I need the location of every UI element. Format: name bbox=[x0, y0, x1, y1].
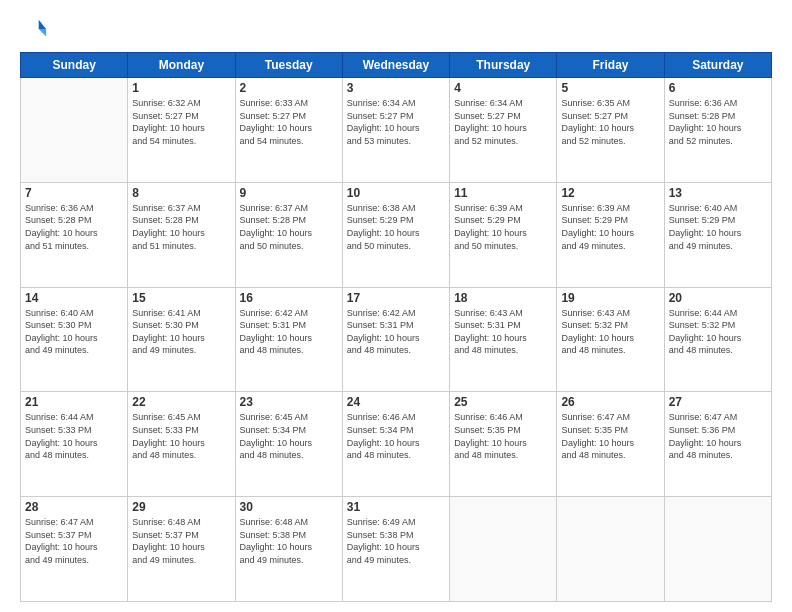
day-number: 18 bbox=[454, 291, 552, 305]
calendar-cell: 15Sunrise: 6:41 AM Sunset: 5:30 PM Dayli… bbox=[128, 287, 235, 392]
sun-info: Sunrise: 6:48 AM Sunset: 5:37 PM Dayligh… bbox=[132, 516, 230, 566]
day-number: 20 bbox=[669, 291, 767, 305]
day-number: 21 bbox=[25, 395, 123, 409]
calendar-cell: 30Sunrise: 6:48 AM Sunset: 5:38 PM Dayli… bbox=[235, 497, 342, 602]
day-number: 14 bbox=[25, 291, 123, 305]
weekday-friday: Friday bbox=[557, 53, 664, 78]
day-number: 30 bbox=[240, 500, 338, 514]
calendar-cell: 29Sunrise: 6:48 AM Sunset: 5:37 PM Dayli… bbox=[128, 497, 235, 602]
day-number: 16 bbox=[240, 291, 338, 305]
calendar-cell: 6Sunrise: 6:36 AM Sunset: 5:28 PM Daylig… bbox=[664, 78, 771, 183]
day-number: 31 bbox=[347, 500, 445, 514]
day-number: 7 bbox=[25, 186, 123, 200]
sun-info: Sunrise: 6:35 AM Sunset: 5:27 PM Dayligh… bbox=[561, 97, 659, 147]
sun-info: Sunrise: 6:37 AM Sunset: 5:28 PM Dayligh… bbox=[132, 202, 230, 252]
weekday-sunday: Sunday bbox=[21, 53, 128, 78]
sun-info: Sunrise: 6:34 AM Sunset: 5:27 PM Dayligh… bbox=[347, 97, 445, 147]
day-number: 6 bbox=[669, 81, 767, 95]
sun-info: Sunrise: 6:39 AM Sunset: 5:29 PM Dayligh… bbox=[561, 202, 659, 252]
day-number: 27 bbox=[669, 395, 767, 409]
weekday-header-row: SundayMondayTuesdayWednesdayThursdayFrid… bbox=[21, 53, 772, 78]
calendar-cell: 28Sunrise: 6:47 AM Sunset: 5:37 PM Dayli… bbox=[21, 497, 128, 602]
calendar-cell: 8Sunrise: 6:37 AM Sunset: 5:28 PM Daylig… bbox=[128, 182, 235, 287]
calendar-cell: 19Sunrise: 6:43 AM Sunset: 5:32 PM Dayli… bbox=[557, 287, 664, 392]
calendar-cell: 11Sunrise: 6:39 AM Sunset: 5:29 PM Dayli… bbox=[450, 182, 557, 287]
calendar-cell: 17Sunrise: 6:42 AM Sunset: 5:31 PM Dayli… bbox=[342, 287, 449, 392]
sun-info: Sunrise: 6:34 AM Sunset: 5:27 PM Dayligh… bbox=[454, 97, 552, 147]
page: SundayMondayTuesdayWednesdayThursdayFrid… bbox=[0, 0, 792, 612]
day-number: 22 bbox=[132, 395, 230, 409]
sun-info: Sunrise: 6:37 AM Sunset: 5:28 PM Dayligh… bbox=[240, 202, 338, 252]
logo-icon bbox=[20, 16, 48, 44]
day-number: 11 bbox=[454, 186, 552, 200]
calendar-cell: 9Sunrise: 6:37 AM Sunset: 5:28 PM Daylig… bbox=[235, 182, 342, 287]
weekday-wednesday: Wednesday bbox=[342, 53, 449, 78]
calendar-cell: 21Sunrise: 6:44 AM Sunset: 5:33 PM Dayli… bbox=[21, 392, 128, 497]
header bbox=[20, 16, 772, 44]
day-number: 5 bbox=[561, 81, 659, 95]
sun-info: Sunrise: 6:44 AM Sunset: 5:32 PM Dayligh… bbox=[669, 307, 767, 357]
week-row-2: 14Sunrise: 6:40 AM Sunset: 5:30 PM Dayli… bbox=[21, 287, 772, 392]
calendar-cell: 12Sunrise: 6:39 AM Sunset: 5:29 PM Dayli… bbox=[557, 182, 664, 287]
weekday-monday: Monday bbox=[128, 53, 235, 78]
sun-info: Sunrise: 6:40 AM Sunset: 5:30 PM Dayligh… bbox=[25, 307, 123, 357]
calendar-cell bbox=[664, 497, 771, 602]
sun-info: Sunrise: 6:33 AM Sunset: 5:27 PM Dayligh… bbox=[240, 97, 338, 147]
calendar-cell: 18Sunrise: 6:43 AM Sunset: 5:31 PM Dayli… bbox=[450, 287, 557, 392]
svg-marker-1 bbox=[39, 29, 46, 36]
week-row-1: 7Sunrise: 6:36 AM Sunset: 5:28 PM Daylig… bbox=[21, 182, 772, 287]
sun-info: Sunrise: 6:43 AM Sunset: 5:32 PM Dayligh… bbox=[561, 307, 659, 357]
calendar-cell bbox=[450, 497, 557, 602]
calendar-cell: 24Sunrise: 6:46 AM Sunset: 5:34 PM Dayli… bbox=[342, 392, 449, 497]
weekday-thursday: Thursday bbox=[450, 53, 557, 78]
calendar-cell: 31Sunrise: 6:49 AM Sunset: 5:38 PM Dayli… bbox=[342, 497, 449, 602]
day-number: 8 bbox=[132, 186, 230, 200]
day-number: 13 bbox=[669, 186, 767, 200]
sun-info: Sunrise: 6:38 AM Sunset: 5:29 PM Dayligh… bbox=[347, 202, 445, 252]
calendar-cell: 25Sunrise: 6:46 AM Sunset: 5:35 PM Dayli… bbox=[450, 392, 557, 497]
day-number: 28 bbox=[25, 500, 123, 514]
sun-info: Sunrise: 6:48 AM Sunset: 5:38 PM Dayligh… bbox=[240, 516, 338, 566]
sun-info: Sunrise: 6:36 AM Sunset: 5:28 PM Dayligh… bbox=[25, 202, 123, 252]
week-row-4: 28Sunrise: 6:47 AM Sunset: 5:37 PM Dayli… bbox=[21, 497, 772, 602]
sun-info: Sunrise: 6:45 AM Sunset: 5:34 PM Dayligh… bbox=[240, 411, 338, 461]
calendar-cell: 23Sunrise: 6:45 AM Sunset: 5:34 PM Dayli… bbox=[235, 392, 342, 497]
calendar-cell: 26Sunrise: 6:47 AM Sunset: 5:35 PM Dayli… bbox=[557, 392, 664, 497]
day-number: 9 bbox=[240, 186, 338, 200]
logo bbox=[20, 16, 52, 44]
day-number: 3 bbox=[347, 81, 445, 95]
sun-info: Sunrise: 6:42 AM Sunset: 5:31 PM Dayligh… bbox=[240, 307, 338, 357]
calendar-cell: 13Sunrise: 6:40 AM Sunset: 5:29 PM Dayli… bbox=[664, 182, 771, 287]
day-number: 2 bbox=[240, 81, 338, 95]
day-number: 23 bbox=[240, 395, 338, 409]
sun-info: Sunrise: 6:46 AM Sunset: 5:34 PM Dayligh… bbox=[347, 411, 445, 461]
sun-info: Sunrise: 6:47 AM Sunset: 5:36 PM Dayligh… bbox=[669, 411, 767, 461]
calendar: SundayMondayTuesdayWednesdayThursdayFrid… bbox=[20, 52, 772, 602]
sun-info: Sunrise: 6:36 AM Sunset: 5:28 PM Dayligh… bbox=[669, 97, 767, 147]
sun-info: Sunrise: 6:46 AM Sunset: 5:35 PM Dayligh… bbox=[454, 411, 552, 461]
calendar-cell bbox=[21, 78, 128, 183]
svg-marker-0 bbox=[39, 20, 46, 29]
day-number: 29 bbox=[132, 500, 230, 514]
day-number: 26 bbox=[561, 395, 659, 409]
sun-info: Sunrise: 6:45 AM Sunset: 5:33 PM Dayligh… bbox=[132, 411, 230, 461]
calendar-cell: 14Sunrise: 6:40 AM Sunset: 5:30 PM Dayli… bbox=[21, 287, 128, 392]
calendar-cell bbox=[557, 497, 664, 602]
weekday-saturday: Saturday bbox=[664, 53, 771, 78]
calendar-cell: 7Sunrise: 6:36 AM Sunset: 5:28 PM Daylig… bbox=[21, 182, 128, 287]
sun-info: Sunrise: 6:44 AM Sunset: 5:33 PM Dayligh… bbox=[25, 411, 123, 461]
sun-info: Sunrise: 6:47 AM Sunset: 5:35 PM Dayligh… bbox=[561, 411, 659, 461]
day-number: 15 bbox=[132, 291, 230, 305]
calendar-cell: 20Sunrise: 6:44 AM Sunset: 5:32 PM Dayli… bbox=[664, 287, 771, 392]
sun-info: Sunrise: 6:43 AM Sunset: 5:31 PM Dayligh… bbox=[454, 307, 552, 357]
day-number: 19 bbox=[561, 291, 659, 305]
sun-info: Sunrise: 6:47 AM Sunset: 5:37 PM Dayligh… bbox=[25, 516, 123, 566]
calendar-cell: 16Sunrise: 6:42 AM Sunset: 5:31 PM Dayli… bbox=[235, 287, 342, 392]
calendar-cell: 5Sunrise: 6:35 AM Sunset: 5:27 PM Daylig… bbox=[557, 78, 664, 183]
calendar-cell: 4Sunrise: 6:34 AM Sunset: 5:27 PM Daylig… bbox=[450, 78, 557, 183]
week-row-0: 1Sunrise: 6:32 AM Sunset: 5:27 PM Daylig… bbox=[21, 78, 772, 183]
sun-info: Sunrise: 6:40 AM Sunset: 5:29 PM Dayligh… bbox=[669, 202, 767, 252]
sun-info: Sunrise: 6:39 AM Sunset: 5:29 PM Dayligh… bbox=[454, 202, 552, 252]
calendar-cell: 3Sunrise: 6:34 AM Sunset: 5:27 PM Daylig… bbox=[342, 78, 449, 183]
calendar-cell: 1Sunrise: 6:32 AM Sunset: 5:27 PM Daylig… bbox=[128, 78, 235, 183]
